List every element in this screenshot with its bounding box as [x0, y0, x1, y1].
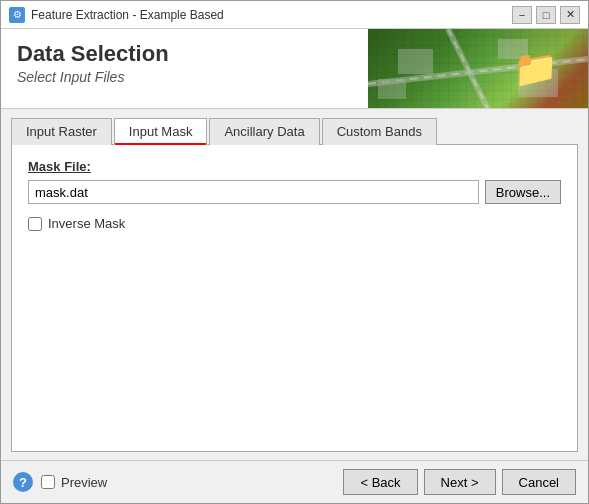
svg-rect-4 [398, 49, 433, 74]
header-title: Data Selection [17, 41, 352, 67]
header-text: Data Selection Select Input Files [1, 29, 368, 108]
close-button[interactable]: ✕ [560, 6, 580, 24]
inverse-mask-label: Inverse Mask [48, 216, 125, 231]
preview-row: Preview [41, 475, 107, 490]
window-controls: − □ ✕ [512, 6, 580, 24]
window-title: Feature Extraction - Example Based [31, 8, 224, 22]
folder-icon: 📁 [513, 48, 558, 90]
back-button[interactable]: < Back [343, 469, 417, 495]
app-icon: ⚙ [9, 7, 25, 23]
content-panel: Mask File: Browse... Inverse Mask [11, 145, 578, 452]
next-button[interactable]: Next > [424, 469, 496, 495]
browse-button[interactable]: Browse... [485, 180, 561, 204]
title-bar-left: ⚙ Feature Extraction - Example Based [9, 7, 224, 23]
cancel-button[interactable]: Cancel [502, 469, 576, 495]
preview-checkbox[interactable] [41, 475, 55, 489]
tab-bar: Input Raster Input Mask Ancillary Data C… [11, 117, 578, 145]
maximize-button[interactable]: □ [536, 6, 556, 24]
tab-ancillary-data[interactable]: Ancillary Data [209, 118, 319, 145]
file-row: Browse... [28, 180, 561, 204]
main-content: Input Raster Input Mask Ancillary Data C… [1, 109, 588, 460]
tab-custom-bands[interactable]: Custom Bands [322, 118, 437, 145]
main-window: ⚙ Feature Extraction - Example Based − □… [0, 0, 589, 504]
header-subtitle: Select Input Files [17, 69, 352, 85]
header-image: 📁 [368, 29, 588, 108]
preview-label: Preview [61, 475, 107, 490]
title-bar: ⚙ Feature Extraction - Example Based − □… [1, 1, 588, 29]
inverse-mask-checkbox[interactable] [28, 217, 42, 231]
footer: ? Preview < Back Next > Cancel [1, 460, 588, 503]
footer-left: ? Preview [13, 472, 107, 492]
header-banner: Data Selection Select Input Files 📁 [1, 29, 588, 109]
tab-input-raster[interactable]: Input Raster [11, 118, 112, 145]
tab-input-mask[interactable]: Input Mask [114, 118, 208, 145]
mask-file-input[interactable] [28, 180, 479, 204]
minimize-button[interactable]: − [512, 6, 532, 24]
mask-file-label: Mask File: [28, 159, 561, 174]
help-button[interactable]: ? [13, 472, 33, 492]
svg-rect-7 [378, 79, 406, 99]
inverse-mask-row: Inverse Mask [28, 216, 561, 231]
footer-buttons: < Back Next > Cancel [343, 469, 576, 495]
